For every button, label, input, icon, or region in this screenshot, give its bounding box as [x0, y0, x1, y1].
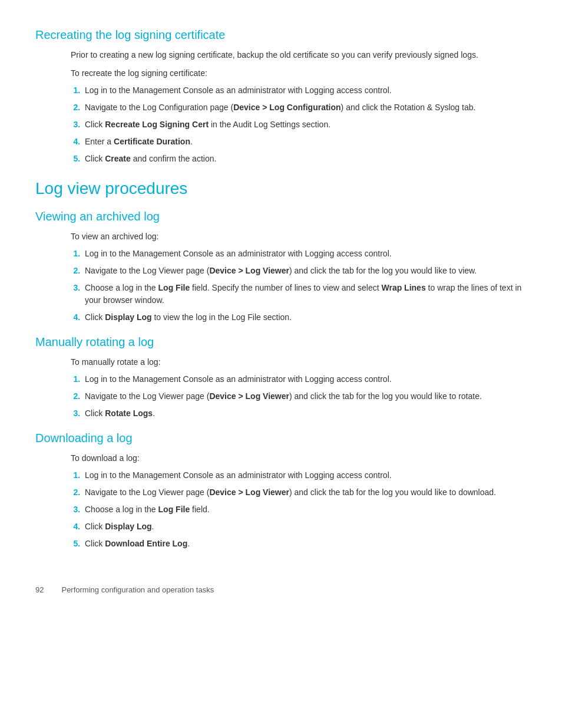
rotating-step-1-text: Log in to the Management Console as an a… [85, 374, 392, 384]
recreating-intro1: Prior to creating a new log signing cert… [71, 49, 527, 61]
recreating-step-2: Navigate to the Log Configuration page (… [82, 101, 527, 114]
footer-page-number: 92 [35, 585, 44, 594]
recreating-step-3-bold: Recreate Log Signing Cert [105, 120, 209, 129]
downloading-subsection: Downloading a log To download a log: Log… [35, 431, 527, 550]
recreating-step-3: Click Recreate Log Signing Cert in the A… [82, 118, 527, 131]
recreating-step-5-text: Click Create and confirm the action. [85, 154, 216, 163]
rotating-step-3-text: Click Rotate Logs. [85, 409, 155, 418]
recreating-step-5-bold: Create [105, 154, 131, 163]
viewing-step-1-text: Log in to the Management Console as an a… [85, 249, 392, 258]
viewing-step-4: Click Display Log to view the log in the… [82, 311, 527, 324]
recreating-step-4-bold: Certificate Duration [114, 137, 190, 146]
viewing-step-3-text: Choose a log in the Log File field. Spec… [85, 283, 521, 305]
recreating-step-1: Log in to the Management Console as an a… [82, 84, 527, 97]
rotating-intro: To manually rotate a log: [71, 356, 527, 368]
downloading-step-5: Click Download Entire Log. [82, 538, 527, 550]
downloading-step-4: Click Display Log. [82, 521, 527, 533]
downloading-step-1-text: Log in to the Management Console as an a… [85, 470, 392, 480]
viewing-step-2: Navigate to the Log Viewer page (Device … [82, 265, 527, 277]
viewing-intro: To view an archived log: [71, 230, 527, 243]
footer: 92 Performing configuration and operatio… [35, 585, 527, 594]
recreating-step-4-text: Enter a Certificate Duration. [85, 137, 193, 146]
viewing-step-2-bold: Device > Log Viewer [209, 266, 289, 275]
recreating-step-5: Click Create and confirm the action. [82, 153, 527, 165]
downloading-step-3: Choose a log in the Log File field. [82, 503, 527, 516]
downloading-step-4-text: Click Display Log. [85, 522, 154, 531]
viewing-subsection: Viewing an archived log To view an archi… [35, 210, 527, 324]
recreating-section: Recreating the log signing certificate P… [35, 28, 527, 165]
downloading-step-1: Log in to the Management Console as an a… [82, 469, 527, 482]
downloading-heading: Downloading a log [35, 431, 527, 445]
rotating-step-2: Navigate to the Log Viewer page (Device … [82, 390, 527, 403]
rotating-heading: Manually rotating a log [35, 335, 527, 349]
recreating-intro2: To recreate the log signing certificate: [71, 67, 527, 80]
viewing-step-4-bold: Display Log [105, 312, 151, 322]
viewing-step-2-text: Navigate to the Log Viewer page (Device … [85, 266, 477, 275]
rotating-step-1: Log in to the Management Console as an a… [82, 373, 527, 386]
viewing-step-3-bold2: Wrap Lines [381, 283, 425, 292]
viewing-step-3: Choose a log in the Log File field. Spec… [82, 282, 527, 307]
viewing-heading: Viewing an archived log [35, 210, 527, 223]
downloading-step-2-text: Navigate to the Log Viewer page (Device … [85, 487, 496, 497]
logview-heading: Log view procedures [35, 179, 527, 198]
downloading-steps: Log in to the Management Console as an a… [71, 469, 527, 550]
viewing-steps: Log in to the Management Console as an a… [71, 248, 527, 324]
downloading-step-3-text: Choose a log in the Log File field. [85, 505, 210, 514]
downloading-step-2-bold: Device > Log Viewer [209, 487, 289, 497]
rotating-step-3: Click Rotate Logs. [82, 407, 527, 420]
recreating-step-2-bold: Device > Log Configuration [233, 103, 340, 112]
downloading-step-5-text: Click Download Entire Log. [85, 539, 190, 548]
recreating-step-4: Enter a Certificate Duration. [82, 136, 527, 148]
recreating-step-1-text: Log in to the Management Console as an a… [85, 85, 392, 95]
recreating-step-3-text: Click Recreate Log Signing Cert in the A… [85, 120, 330, 129]
downloading-step-3-bold: Log File [158, 505, 190, 514]
recreating-heading: Recreating the log signing certificate [35, 28, 527, 42]
downloading-intro: To download a log: [71, 452, 527, 465]
footer-description: Performing configuration and operation t… [61, 585, 214, 594]
recreating-steps: Log in to the Management Console as an a… [71, 84, 527, 165]
downloading-step-2: Navigate to the Log Viewer page (Device … [82, 486, 527, 499]
rotating-step-2-text: Navigate to the Log Viewer page (Device … [85, 391, 482, 401]
rotating-step-2-bold: Device > Log Viewer [209, 391, 289, 401]
rotating-step-3-bold: Rotate Logs [105, 409, 153, 418]
rotating-subsection: Manually rotating a log To manually rota… [35, 335, 527, 420]
viewing-step-4-text: Click Display Log to view the log in the… [85, 312, 292, 322]
logview-section: Log view procedures Viewing an archived … [35, 179, 527, 550]
viewing-step-1: Log in to the Management Console as an a… [82, 248, 527, 260]
rotating-steps: Log in to the Management Console as an a… [71, 373, 527, 420]
recreating-step-2-text: Navigate to the Log Configuration page (… [85, 103, 475, 112]
downloading-step-4-bold: Display Log [105, 522, 151, 531]
downloading-step-5-bold: Download Entire Log [105, 539, 187, 548]
viewing-step-3-bold1: Log File [158, 283, 190, 292]
